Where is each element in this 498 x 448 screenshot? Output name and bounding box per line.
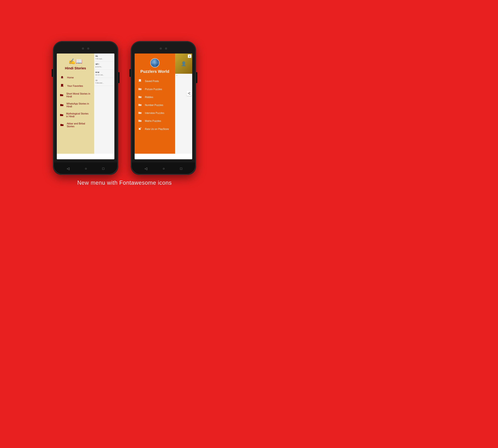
folder-icon-2 [60, 103, 64, 107]
drawer-item-favorites[interactable]: Your Favorites [57, 82, 94, 90]
navigation-drawer: ✍📖 Hindi Stories Home [57, 53, 94, 154]
drawer-item-mythological[interactable]: Mythological Stories in Hindi [57, 110, 94, 120]
bottom-nav-2: ◁ ○ □ [131, 162, 196, 175]
drawer-label-short-moral: Short Moral Stories in Hindi [66, 92, 91, 98]
home-button[interactable]: ○ [85, 167, 87, 171]
drawer2-item-saved[interactable]: Saved Posts [135, 77, 175, 85]
drawer2-item-picture[interactable]: Picture Puzzles [135, 85, 175, 93]
drawer-item-short-moral[interactable]: Short Moral Stories in Hindi [57, 90, 94, 100]
side-button-left-2 [130, 69, 131, 77]
bottom-nav: ◁ ○ □ [53, 162, 118, 175]
drawer-title: Hindi Stories [65, 66, 86, 70]
folder-icon-p3 [138, 103, 142, 107]
side-button-right-2 [196, 72, 197, 83]
phone-top-bar-2 [131, 41, 196, 53]
image-placeholder-icon: 👤 [181, 61, 186, 66]
recent-button-2[interactable]: □ [180, 167, 182, 171]
side-button-left [52, 69, 53, 77]
content-text: — [175, 74, 192, 77]
folder-icon-p4 [138, 111, 142, 115]
navigation-drawer-2: Puzzlers World Saved Posts [135, 53, 175, 154]
phone2-screen: ▼ ▊ 🔋 10:31 🔍 1 👤 [135, 53, 192, 159]
bookmark-icon-2 [138, 79, 142, 83]
svg-line-4 [189, 93, 189, 93]
phone-top-bar [53, 41, 118, 53]
folder-icon-p1 [138, 87, 142, 91]
phone-hindi-stories: ▼ ▊ 🔋 8:26 🔍 पापा, र एक coupl... नायें ? [53, 41, 118, 175]
folder-icon-4 [60, 123, 64, 127]
drawer2-item-number[interactable]: Number Puzzles [135, 101, 175, 109]
drawer-header: ✍📖 Hindi Stories [57, 53, 94, 73]
camera-dot-2 [160, 48, 162, 50]
phones-container: ▼ ▊ 🔋 8:26 🔍 पापा, र एक coupl... नायें ? [53, 41, 196, 175]
drawer-label-whatsapp: WhatsApp Stories in Hindi [66, 102, 91, 108]
folder-icon-1 [60, 94, 64, 97]
phone1-screen: ▼ ▊ 🔋 8:26 🔍 पापा, र एक coupl... नायें ? [57, 53, 114, 159]
speaker-dot [87, 48, 89, 50]
drawer-item-home[interactable]: Home [57, 73, 94, 82]
speaker-dot-2 [165, 48, 167, 50]
content-image: 1 👤 [175, 53, 192, 74]
drawer-label-akbar: Akbar and Birbal Stories [66, 122, 91, 128]
recent-button[interactable]: □ [102, 167, 104, 171]
drawer2-title: Puzzlers World [140, 69, 169, 74]
drawer-label-mythological: Mythological Stories in Hindi [66, 112, 91, 118]
home-icon [60, 76, 64, 80]
drawer-label-favorites: Your Favorites [67, 85, 83, 87]
content-item-3: का खा तना धन र कल... [94, 70, 114, 78]
external-link-icon [138, 127, 142, 131]
drawer2-label-rate: Rate Us on PlayStore [145, 128, 169, 130]
back-button-2[interactable]: ◁ [145, 167, 147, 171]
home-button-2[interactable]: ○ [163, 167, 165, 171]
svg-line-3 [189, 94, 189, 94]
back-button[interactable]: ◁ [67, 167, 69, 171]
svg-point-2 [189, 94, 190, 95]
folder-icon-p2 [138, 95, 142, 99]
globe-icon [150, 58, 160, 67]
drawer-item-akbar[interactable]: Akbar and Birbal Stories [57, 120, 94, 130]
folder-icon-p5 [138, 119, 142, 123]
drawer-logo-icon: ✍📖 [68, 58, 83, 65]
drawer2-item-rate[interactable]: Rate Us on PlayStore [135, 125, 175, 133]
camera-dot [82, 48, 84, 50]
drawer-item-whatsapp[interactable]: WhatsApp Stories in Hindi [57, 100, 94, 110]
bookmark-icon [60, 84, 64, 88]
folder-icon-3 [60, 113, 63, 117]
drawer2-item-maths[interactable]: Maths Puzzles [135, 117, 175, 125]
drawer2-label-number: Number Puzzles [145, 104, 163, 107]
drawer2-label-maths: Maths Puzzles [145, 120, 161, 122]
drawer2-label-saved: Saved Posts [145, 80, 159, 83]
drawer2-item-interview[interactable]: Interview Puzzles [135, 109, 175, 117]
content-item-4: ा ने सोचा करता ... [94, 78, 114, 86]
drawer2-header: Puzzlers World [135, 53, 175, 77]
phone2-background-content: 1 👤 — [175, 53, 192, 154]
drawer2-label-picture: Picture Puzzles [145, 88, 162, 91]
drawer2-label-riddles: Riddles [145, 96, 153, 99]
image-number: 1 [188, 54, 191, 58]
page-caption: New menu with Fontawesome icons [77, 179, 172, 186]
drawer2-label-interview: Interview Puzzles [145, 112, 164, 114]
side-button-right [118, 72, 119, 83]
phone-puzzlers-world: ▼ ▊ 🔋 10:31 🔍 1 👤 [131, 41, 196, 175]
drawer2-item-riddles[interactable]: Riddles [135, 93, 175, 101]
drawer-label-home: Home [67, 76, 74, 79]
content-item-1: पापा, र एक coupl... [94, 53, 114, 62]
svg-point-0 [189, 92, 190, 93]
svg-point-1 [188, 93, 189, 94]
phone1-background-content: पापा, र एक coupl... नायें ? हा! तब ते स.… [94, 53, 114, 154]
share-button[interactable] [187, 91, 192, 96]
content-item-2: नायें ? हा! तब ते स... [94, 62, 114, 70]
